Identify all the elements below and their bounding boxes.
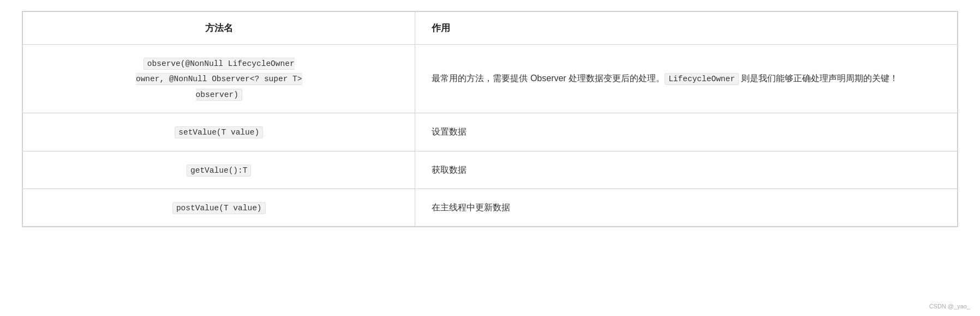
method-cell-getvalue: getValue():T	[23, 151, 415, 189]
header-method: 方法名	[23, 12, 415, 45]
desc-cell-observe: 最常用的方法，需要提供 Observer 处理数据变更后的处理。Lifecycl…	[415, 45, 958, 113]
header-description: 作用	[415, 12, 958, 45]
inline-code-lifecycleowner: LifecycleOwner	[665, 73, 739, 85]
method-cell-observe: observe(@NonNull LifecycleOwnerowner, @N…	[23, 45, 415, 113]
desc-cell-postvalue: 在主线程中更新数据	[415, 189, 958, 226]
table-header-row: 方法名 作用	[23, 12, 958, 45]
main-table: 方法名 作用 observe(@NonNull LifecycleOwnerow…	[22, 11, 958, 227]
method-code-setvalue: setValue(T value)	[175, 126, 263, 138]
watermark: CSDN @_yao_	[929, 303, 970, 309]
method-code-getvalue: getValue():T	[187, 165, 251, 177]
desc-cell-getvalue: 获取数据	[415, 151, 958, 189]
method-code-observe: observe(@NonNull LifecycleOwnerowner, @N…	[136, 58, 302, 101]
table-row: postValue(T value) 在主线程中更新数据	[23, 189, 958, 226]
method-cell-postvalue: postValue(T value)	[23, 189, 415, 226]
method-code-postvalue: postValue(T value)	[172, 202, 266, 214]
method-cell-setvalue: setValue(T value)	[23, 113, 415, 151]
table-row: getValue():T 获取数据	[23, 151, 958, 189]
table-row: observe(@NonNull LifecycleOwnerowner, @N…	[23, 45, 958, 113]
table-row: setValue(T value) 设置数据	[23, 113, 958, 151]
desc-cell-setvalue: 设置数据	[415, 113, 958, 151]
